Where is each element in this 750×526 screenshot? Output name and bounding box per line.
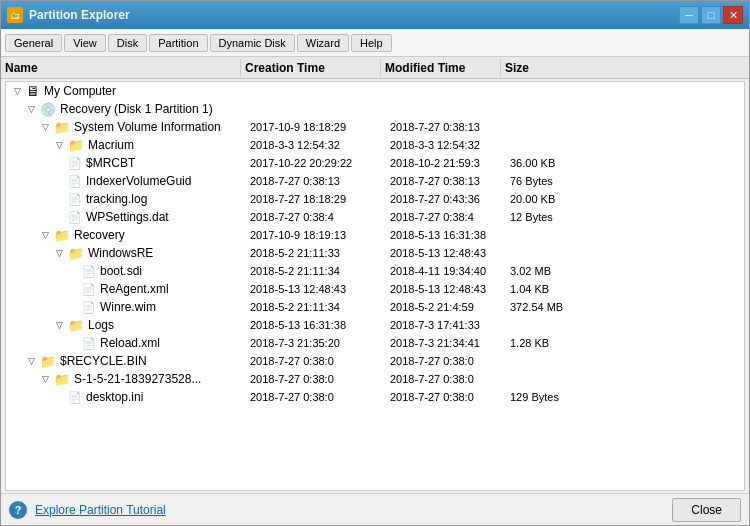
- cell-name: ▽🖥My Computer: [6, 82, 246, 100]
- expand-icon[interactable]: ▽: [24, 102, 38, 116]
- cell-size: [506, 378, 606, 380]
- expand-icon[interactable]: [66, 264, 80, 278]
- window-controls: ─ □ ✕: [679, 6, 743, 24]
- cell-modified-time: 2018-7-3 21:34:41: [386, 336, 506, 350]
- cell-size: 3.02 MB: [506, 264, 606, 278]
- cell-modified-time: 2018-7-27 0:38:0: [386, 372, 506, 386]
- close-bottom-button[interactable]: Close: [672, 498, 741, 522]
- expand-icon[interactable]: ▽: [52, 138, 66, 152]
- expand-icon[interactable]: [66, 336, 80, 350]
- item-label: desktop.ini: [84, 390, 143, 404]
- toolbar-btn-partition[interactable]: Partition: [149, 34, 207, 52]
- expand-icon[interactable]: [52, 192, 66, 206]
- tree-row[interactable]: 📄ReAgent.xml2018-5-13 12:48:432018-5-13 …: [6, 280, 744, 298]
- tree-row[interactable]: ▽📁WindowsRE2018-5-2 21:11:332018-5-13 12…: [6, 244, 744, 262]
- minimize-button[interactable]: ─: [679, 6, 699, 24]
- cell-size: [506, 90, 606, 92]
- toolbar-btn-help[interactable]: Help: [351, 34, 392, 52]
- item-label: WindowsRE: [86, 246, 153, 260]
- file-icon: 📄: [68, 192, 82, 206]
- col-header-name: Name: [1, 59, 241, 77]
- cell-name: ▽📁Logs: [6, 317, 246, 334]
- cell-modified-time: 2018-7-27 0:38:0: [386, 354, 506, 368]
- file-icon: 📄: [68, 210, 82, 224]
- cell-creation-time: [246, 90, 386, 92]
- expand-icon[interactable]: [66, 300, 80, 314]
- cell-size: [506, 234, 606, 236]
- expand-icon[interactable]: ▽: [38, 228, 52, 242]
- cell-size: [506, 252, 606, 254]
- expand-icon[interactable]: [52, 210, 66, 224]
- help-icon[interactable]: ?: [9, 501, 27, 519]
- cell-modified-time: 2018-7-27 0:38:4: [386, 210, 506, 224]
- expand-icon[interactable]: ▽: [38, 372, 52, 386]
- cell-size: [506, 324, 606, 326]
- expand-icon[interactable]: ▽: [10, 84, 24, 98]
- tree-row[interactable]: ▽📁Logs2018-5-13 16:31:382018-7-3 17:41:3…: [6, 316, 744, 334]
- cell-modified-time: 2018-5-13 12:48:43: [386, 246, 506, 260]
- cell-size: 1.04 KB: [506, 282, 606, 296]
- tree-row[interactable]: ▽💿Recovery (Disk 1 Partition 1): [6, 100, 744, 118]
- cell-modified-time: [386, 108, 506, 110]
- cell-name: 📄$MRCBT: [6, 155, 246, 171]
- expand-icon[interactable]: [66, 282, 80, 296]
- tree-row[interactable]: 📄Reload.xml2018-7-3 21:35:202018-7-3 21:…: [6, 334, 744, 352]
- tree-row[interactable]: 📄IndexerVolumeGuid2018-7-27 0:38:132018-…: [6, 172, 744, 190]
- tree-row[interactable]: ▽📁S-1-5-21-1839273528...2018-7-27 0:38:0…: [6, 370, 744, 388]
- cell-name: ▽📁WindowsRE: [6, 245, 246, 262]
- tree-row[interactable]: 📄Winre.wim2018-5-2 21:11:342018-5-2 21:4…: [6, 298, 744, 316]
- close-button[interactable]: ✕: [723, 6, 743, 24]
- toolbar-btn-wizard[interactable]: Wizard: [297, 34, 349, 52]
- cell-modified-time: 2018-5-2 21:4:59: [386, 300, 506, 314]
- expand-icon[interactable]: ▽: [52, 318, 66, 332]
- folder-icon: 📁: [68, 318, 84, 333]
- expand-icon[interactable]: ▽: [38, 120, 52, 134]
- cell-creation-time: 2018-7-27 0:38:4: [246, 210, 386, 224]
- item-label: Winre.wim: [98, 300, 156, 314]
- toolbar-btn-view[interactable]: View: [64, 34, 106, 52]
- folder-icon: 📁: [54, 120, 70, 135]
- toolbar-btn-general[interactable]: General: [5, 34, 62, 52]
- cell-creation-time: [246, 108, 386, 110]
- tree-row[interactable]: 📄tracking.log2018-7-27 18:18:292018-7-27…: [6, 190, 744, 208]
- tree-row[interactable]: ▽📁Macrium2018-3-3 12:54:322018-3-3 12:54…: [6, 136, 744, 154]
- cell-modified-time: 2018-7-27 0:38:13: [386, 120, 506, 134]
- toolbar-btn-dynamic-disk[interactable]: Dynamic Disk: [210, 34, 295, 52]
- expand-icon[interactable]: [52, 156, 66, 170]
- toolbar-btn-disk[interactable]: Disk: [108, 34, 147, 52]
- item-label: $RECYCLE.BIN: [58, 354, 147, 368]
- maximize-button[interactable]: □: [701, 6, 721, 24]
- tree-row[interactable]: ▽📁Recovery2017-10-9 18:19:132018-5-13 16…: [6, 226, 744, 244]
- item-label: Reload.xml: [98, 336, 160, 350]
- title-bar: 🗂 Partition Explorer ─ □ ✕: [1, 1, 749, 29]
- file-icon: 📄: [82, 336, 96, 350]
- cell-size: 12 Bytes: [506, 210, 606, 224]
- cell-size: 20.00 KB: [506, 192, 606, 206]
- expand-icon[interactable]: [52, 174, 66, 188]
- tree-row[interactable]: 📄WPSettings.dat2018-7-27 0:38:42018-7-27…: [6, 208, 744, 226]
- cell-creation-time: 2018-5-2 21:11:34: [246, 300, 386, 314]
- tree-row[interactable]: 📄desktop.ini2018-7-27 0:38:02018-7-27 0:…: [6, 388, 744, 406]
- cell-name: ▽📁Macrium: [6, 137, 246, 154]
- tree-row[interactable]: ▽📁System Volume Information2017-10-9 18:…: [6, 118, 744, 136]
- tutorial-link[interactable]: Explore Partition Tutorial: [35, 503, 166, 517]
- expand-icon[interactable]: ▽: [52, 246, 66, 260]
- cell-creation-time: 2018-7-27 18:18:29: [246, 192, 386, 206]
- tree-row[interactable]: 📄$MRCBT2017-10-22 20:29:222018-10-2 21:5…: [6, 154, 744, 172]
- expand-icon[interactable]: ▽: [24, 354, 38, 368]
- tree-row[interactable]: ▽🖥My Computer: [6, 82, 744, 100]
- cell-creation-time: 2018-5-2 21:11:33: [246, 246, 386, 260]
- cell-modified-time: 2018-5-13 16:31:38: [386, 228, 506, 242]
- cell-creation-time: 2018-5-13 12:48:43: [246, 282, 386, 296]
- item-label: ReAgent.xml: [98, 282, 169, 296]
- cell-name: 📄IndexerVolumeGuid: [6, 173, 246, 189]
- tree-row[interactable]: ▽📁$RECYCLE.BIN2018-7-27 0:38:02018-7-27 …: [6, 352, 744, 370]
- expand-icon[interactable]: [52, 390, 66, 404]
- status-bar: ? Explore Partition Tutorial Close: [1, 493, 749, 525]
- file-tree[interactable]: ▽🖥My Computer▽💿Recovery (Disk 1 Partitio…: [5, 81, 745, 491]
- item-label: My Computer: [42, 84, 116, 98]
- tree-row[interactable]: 📄boot.sdi2018-5-2 21:11:342018-4-11 19:3…: [6, 262, 744, 280]
- disk-icon: 💿: [40, 102, 56, 117]
- cell-creation-time: 2018-3-3 12:54:32: [246, 138, 386, 152]
- file-icon: 📄: [82, 282, 96, 296]
